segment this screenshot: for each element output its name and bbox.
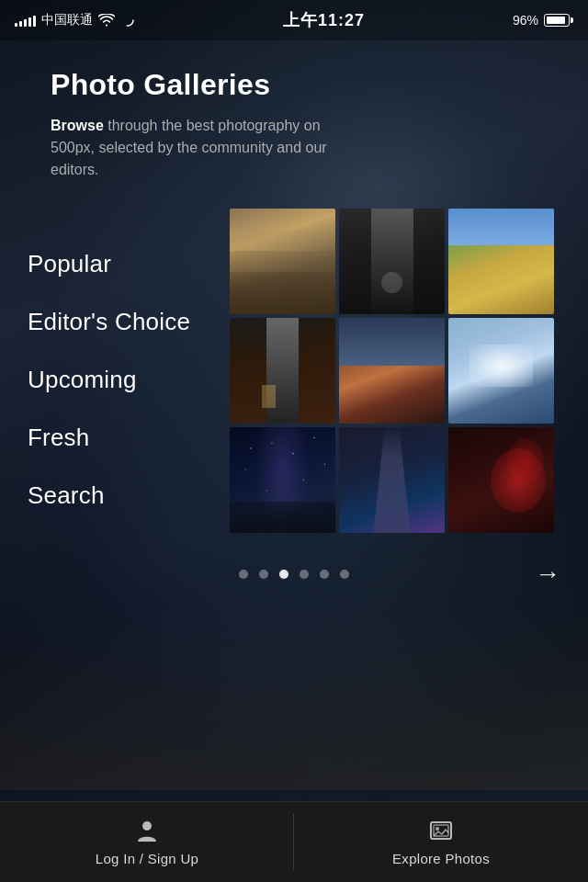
- signal-bars-icon: [15, 14, 36, 27]
- login-label: Log In / Sign Up: [96, 851, 198, 866]
- battery-percentage: 96%: [513, 13, 538, 28]
- explore-label: Explore Photos: [392, 851, 490, 866]
- photo-cell-7[interactable]: [230, 427, 335, 533]
- photo-cell-2[interactable]: [339, 209, 445, 314]
- person-icon: [134, 818, 160, 843]
- dot-5[interactable]: [320, 570, 329, 579]
- photo-cell-5[interactable]: [339, 318, 445, 424]
- photo-cell-4[interactable]: [230, 318, 335, 424]
- dot-4[interactable]: [300, 570, 309, 579]
- photo-cell-9[interactable]: [448, 427, 554, 533]
- content-row: Popular Editor's Choice Upcoming Fresh S…: [0, 209, 588, 533]
- carrier-name: 中国联通: [41, 12, 93, 28]
- loading-spinner-icon: [120, 13, 135, 28]
- next-arrow[interactable]: →: [535, 560, 560, 589]
- battery-tip: [571, 17, 573, 23]
- nav-item-editors-choice[interactable]: Editor's Choice: [28, 295, 211, 349]
- main-content: Photo Galleries Browse through the best …: [0, 40, 588, 181]
- dot-3[interactable]: [279, 570, 288, 579]
- wifi-icon: [98, 14, 115, 27]
- status-time: 上午11:27: [283, 9, 365, 31]
- background-city: [0, 606, 588, 790]
- svg-point-0: [122, 15, 133, 26]
- signal-bar-1: [15, 23, 17, 27]
- photo-cell-3[interactable]: [448, 209, 554, 314]
- status-left: 中国联通: [15, 12, 135, 28]
- nav-item-popular[interactable]: Popular: [28, 237, 211, 291]
- photo-grid: [230, 209, 554, 533]
- signal-bar-5: [33, 16, 36, 27]
- login-button[interactable]: Log In / Sign Up: [0, 802, 294, 882]
- pagination: →: [0, 570, 588, 579]
- battery-fill: [547, 17, 565, 24]
- pagination-dots: [239, 570, 349, 579]
- dot-6[interactable]: [340, 570, 349, 579]
- svg-point-4: [435, 827, 439, 831]
- explore-button[interactable]: Explore Photos: [294, 802, 588, 882]
- photo-cell-8[interactable]: [339, 427, 445, 533]
- photo-cell-1[interactable]: [230, 209, 335, 314]
- battery-icon: [544, 14, 573, 27]
- bottom-toolbar: Log In / Sign Up Explore Photos: [0, 801, 588, 882]
- signal-bar-2: [19, 21, 22, 27]
- page-description: Browse through the best photography on 5…: [51, 115, 345, 181]
- dot-1[interactable]: [239, 570, 248, 579]
- nav-item-search[interactable]: Search: [28, 469, 211, 523]
- dot-2[interactable]: [259, 570, 268, 579]
- photo-gallery-icon: [428, 818, 454, 843]
- photo-cell-6[interactable]: [448, 318, 554, 424]
- status-right: 96%: [513, 13, 573, 28]
- battery-body: [544, 14, 570, 27]
- status-bar: 中国联通 上午11:27 96%: [0, 0, 588, 40]
- signal-bar-4: [28, 17, 31, 27]
- page-title: Photo Galleries: [51, 68, 551, 102]
- description-bold: Browse: [51, 118, 104, 133]
- signal-bar-3: [24, 19, 27, 27]
- svg-point-1: [142, 821, 152, 831]
- nav-item-upcoming[interactable]: Upcoming: [28, 353, 211, 407]
- nav-item-fresh[interactable]: Fresh: [28, 411, 211, 465]
- navigation-menu: Popular Editor's Choice Upcoming Fresh S…: [28, 209, 211, 533]
